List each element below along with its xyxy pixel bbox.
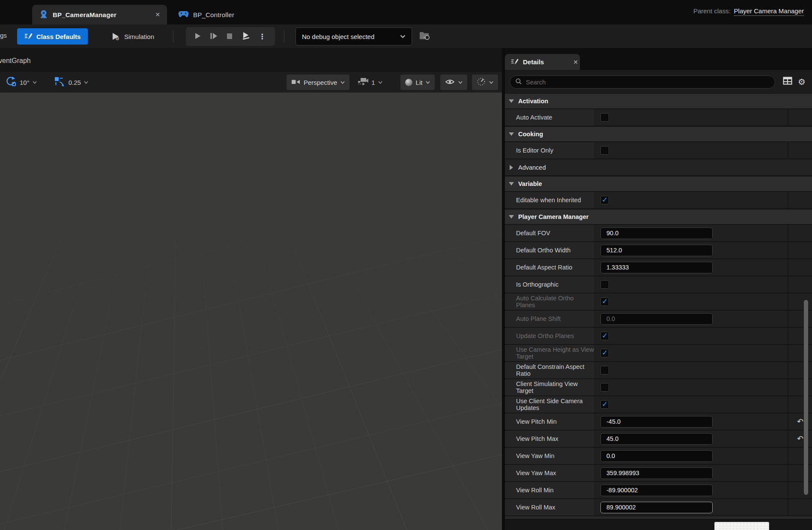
simulation-button[interactable]: ⚙ Simulation (106, 28, 159, 45)
tab-bp-cameramanager[interactable]: BP_CameraManager ✕ (32, 5, 167, 24)
clipped-settings-button[interactable]: gs (0, 32, 7, 39)
panel-splitter[interactable] (502, 48, 505, 530)
number-field[interactable]: 45.0 (600, 433, 713, 445)
details-advanced-row[interactable]: Advanced (505, 159, 812, 175)
checkbox-unchecked[interactable] (600, 366, 609, 374)
display-filter-table-icon[interactable] (783, 77, 792, 86)
perspective-label: Perspective (304, 79, 337, 86)
reset-column-cell (788, 499, 812, 515)
number-field[interactable]: 1.33333 (600, 262, 713, 273)
play-button[interactable] (194, 32, 201, 41)
checkbox-checked[interactable]: ✓ (600, 400, 609, 409)
details-property-row: Default FOV90.0 (505, 225, 812, 241)
rotation-snap-control[interactable]: 10° (5, 76, 37, 88)
reset-column-cell (788, 259, 812, 275)
number-field[interactable]: 0.0 (600, 313, 713, 325)
details-property-row: Update Ortho Planes✓ (505, 328, 812, 344)
details-category-player-camera-manager[interactable]: Player Camera Manager (505, 210, 812, 224)
stop-button[interactable] (226, 32, 233, 41)
search-input[interactable] (526, 79, 770, 86)
details-settings-gear-icon[interactable]: ⚙ (798, 77, 806, 87)
property-label: Update Ortho Planes (505, 328, 594, 344)
number-field[interactable]: 512.0 (600, 245, 713, 256)
property-value-cell: 512.0 (594, 242, 788, 258)
chevron-expanded-icon (509, 182, 514, 186)
parent-class: Parent class: Player Camera Manager (693, 7, 804, 16)
property-label: Default FOV (505, 225, 594, 241)
perspective-camera-icon (291, 78, 300, 87)
reset-to-default-button[interactable]: ↶ (788, 431, 812, 447)
number-field[interactable]: 89.900002 (600, 502, 713, 513)
property-label: Auto Plane Shift (505, 311, 594, 327)
property-label: Default Aspect Ratio (505, 259, 594, 275)
details-scrollbar-thumb[interactable] (804, 300, 808, 495)
close-tab-icon[interactable]: ✕ (155, 11, 160, 18)
unreal-blueprint-editor-window: BP_CameraManager ✕ BP_Controller Parent … (0, 0, 812, 530)
details-category-activation[interactable]: Activation (505, 94, 812, 108)
number-field[interactable]: -89.900002 (600, 485, 713, 496)
reset-column-cell (788, 362, 812, 378)
reset-column-cell (788, 379, 812, 395)
toolbar-divider (173, 30, 173, 43)
reset-column-cell (788, 328, 812, 344)
chevron-down-icon (426, 81, 430, 84)
perspective-dropdown[interactable]: Perspective (287, 75, 349, 90)
checkbox-checked[interactable]: ✓ (600, 196, 609, 204)
number-field[interactable]: -45.0 (600, 416, 713, 428)
category-label: Cooking (518, 131, 543, 138)
property-value-cell: ✓ (594, 328, 788, 344)
number-field[interactable]: 0.0 (600, 450, 713, 462)
details-search-box[interactable] (510, 75, 775, 89)
category-label: Player Camera Manager (518, 213, 588, 220)
checkbox-unchecked[interactable] (600, 113, 609, 122)
check-icon: ✓ (602, 401, 608, 408)
details-property-row: View Pitch Min-45.0↶ (505, 413, 812, 430)
property-value-cell: ✓ (594, 192, 788, 208)
reset-column-cell (788, 225, 812, 241)
more-options-icon[interactable]: ⋮ (259, 32, 266, 41)
checkbox-checked[interactable]: ✓ (600, 332, 609, 340)
checkbox-unchecked[interactable] (600, 146, 609, 155)
number-field[interactable]: 359.998993 (600, 467, 713, 479)
property-value-cell (594, 142, 788, 159)
screen-layout-control[interactable]: 1 (358, 78, 382, 87)
property-value-cell: 359.998993 (594, 465, 788, 481)
eject-button[interactable] (242, 32, 250, 41)
parent-class-link[interactable]: Player Camera Manager (734, 7, 804, 16)
checkbox-checked[interactable]: ✓ (600, 297, 609, 306)
tab-bp-controller[interactable]: BP_Controller (171, 5, 248, 24)
details-category-variable[interactable]: Variable (505, 177, 812, 191)
rotation-snap-value: 10° (20, 79, 30, 86)
viewport-toolbar: 10° 0.25 Perspective 1 Lit (0, 72, 502, 93)
view-options-dropdown[interactable] (472, 75, 498, 90)
property-value-cell: -89.900002 (594, 482, 788, 498)
number-field[interactable]: 90.0 (600, 228, 713, 239)
close-details-icon[interactable]: ✕ (573, 59, 578, 66)
lit-mode-dropdown[interactable]: Lit (400, 75, 435, 90)
checkbox-unchecked[interactable] (600, 280, 609, 289)
reset-to-default-button[interactable]: ↶ (788, 413, 812, 430)
details-category-cooking[interactable]: Cooking (505, 127, 812, 141)
reset-column-cell (788, 192, 812, 208)
3d-viewport[interactable] (0, 93, 502, 530)
chevron-expanded-icon (509, 99, 514, 103)
details-tab[interactable]: Details ✕ (505, 54, 580, 70)
eventgraph-title: ventGraph (0, 57, 31, 65)
check-icon: ✓ (602, 332, 608, 339)
checkbox-checked[interactable]: ✓ (600, 349, 609, 357)
debug-object-dropdown[interactable]: No debug object selected (296, 27, 412, 45)
checkbox-unchecked[interactable] (600, 383, 609, 392)
details-property-row: Use Client Side Camera Updates✓ (505, 396, 812, 413)
reset-column-cell (788, 293, 812, 310)
tooltip-popup (714, 522, 769, 530)
graph-panel-header: ventGraph (0, 48, 502, 72)
scale-snap-control[interactable]: 0.25 (54, 76, 88, 88)
property-label: Is Orthographic (505, 276, 594, 293)
frame-skip-button[interactable] (210, 32, 218, 41)
debug-dropdown-label: No debug object selected (302, 33, 374, 40)
browse-debug-object-icon[interactable] (419, 31, 430, 42)
screens-count: 1 (371, 79, 375, 86)
show-dropdown[interactable] (440, 75, 467, 90)
class-defaults-button[interactable]: Class Defaults (17, 28, 88, 45)
property-label: View Pitch Min (505, 413, 594, 430)
